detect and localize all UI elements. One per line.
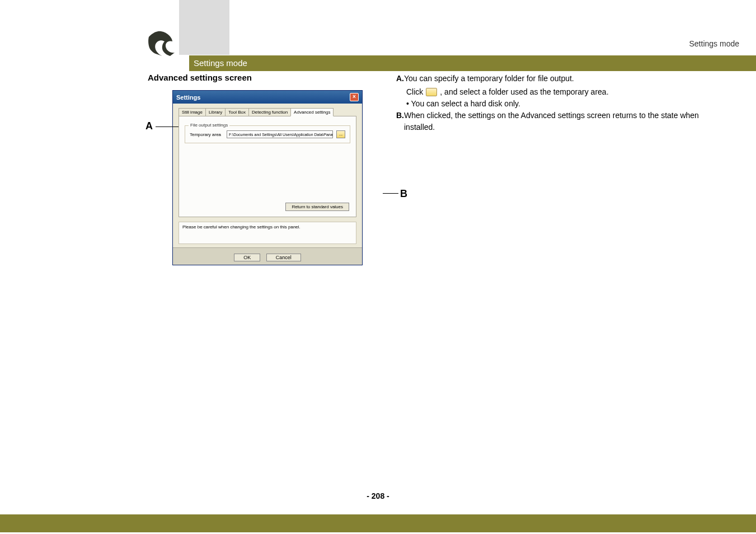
tab-library[interactable]: Library [205,108,226,116]
section-heading: Advanced settings screen [148,73,386,82]
desc-text-a: You can specify a temporary folder for f… [404,73,705,85]
tab-detecting[interactable]: Detecting function [248,108,291,116]
temp-area-label: Temporary area [190,132,223,137]
return-standard-button[interactable]: Return to standard values [285,203,349,211]
desc-item-a: A. You can specify a temporary folder fo… [396,73,705,85]
desc-item-b: B. When clicked, the settings on the Adv… [396,110,705,133]
click-pre: Click [406,86,423,98]
desc-bullet-hdd: • You can select a hard disk only. [396,98,705,110]
click-post: , and select a folder used as the tempor… [440,86,608,98]
desc-text-b: When clicked, the settings on the Advanc… [404,110,705,133]
close-icon[interactable]: × [350,93,359,101]
dialog-titlebar: Settings × [173,91,362,104]
bottom-bar [0,514,756,532]
desc-letter-a: A. [396,73,404,85]
dialog-title: Settings [176,94,200,101]
header-bar-title: Settings mode [189,55,247,71]
page-number: - 208 - [0,491,756,500]
settings-dialog: Settings × Still image Library Tool Box … [172,90,363,265]
callout-line-b [383,193,398,194]
temp-area-path-input[interactable]: F:\Documents and Settings\All Users\Appl… [227,130,333,138]
caution-text: Please be careful when changing the sett… [179,222,356,244]
ok-button[interactable]: OK [234,254,260,261]
cancel-button[interactable]: Cancel [266,254,301,261]
tab-advanced[interactable]: Advanced settings [290,108,334,116]
dialog-footer: OK Cancel [173,247,362,265]
tab-toolbox[interactable]: Tool Box [225,108,249,116]
gray-block [179,0,229,55]
tab-panel: File output settings Temporary area F:\D… [179,116,356,217]
file-output-fieldset: File output settings Temporary area F:\D… [185,125,350,143]
desc-letter-b: B. [396,110,404,133]
browse-button[interactable]: ... [336,130,345,138]
header-context: Settings mode [689,39,740,48]
tab-still-image[interactable]: Still image [179,108,206,116]
fieldset-legend: File output settings [189,123,229,128]
callout-label-b: B [400,188,407,200]
callout-label-a: A [145,120,153,132]
logo-icon [144,26,178,59]
folder-icon [426,88,437,96]
desc-sub-click: Click , and select a folder used as the … [396,86,705,98]
tabs-row: Still image Library Tool Box Detecting f… [179,108,356,116]
